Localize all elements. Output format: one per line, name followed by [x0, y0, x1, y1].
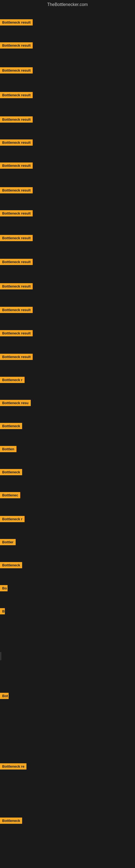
bottleneck-label: Bottleneck [0, 469, 22, 475]
bottleneck-result-item: Bottleneck result [0, 354, 33, 361]
bottleneck-label: Bottleneck result [0, 42, 33, 49]
bottleneck-result-item: Bo [0, 585, 8, 592]
bottleneck-label: Bottleneck r [0, 516, 25, 522]
bottleneck-result-item: Bottleneck result [0, 67, 33, 74]
bottleneck-label: Bottleneck resu [0, 400, 31, 406]
bottleneck-result-item: Bottleneck result [0, 140, 33, 147]
bottleneck-result-item: Bottleneck result [0, 330, 33, 337]
bottleneck-result-item: Bottlenec [0, 492, 20, 499]
bottleneck-result-item: B [0, 608, 5, 616]
bottleneck-result-item: Bottleneck [0, 423, 22, 430]
bottleneck-label: Bottleneck result [0, 354, 33, 360]
bottleneck-result-item: Bottleneck result [0, 162, 33, 170]
bottleneck-result-item: Bottleneck [0, 562, 22, 569]
bottleneck-label: Bottleneck r [0, 377, 25, 383]
bottleneck-result-item: Bottleneck re [0, 763, 27, 771]
bottleneck-result-item: Bottleneck result [0, 116, 33, 124]
bottleneck-label: Bottleneck result [0, 67, 33, 73]
bottleneck-result-item: Bottlen [0, 446, 16, 453]
bottleneck-label: Bottleneck [0, 423, 22, 429]
bottleneck-label: Bottleneck result [0, 116, 33, 123]
bottleneck-label: Bottlenec [0, 492, 20, 498]
bottleneck-result-item: Bottleneck r [0, 377, 25, 384]
bottleneck-result-item: Bot [0, 693, 9, 700]
bottleneck-label: Bottleneck [0, 562, 22, 568]
bottleneck-label: Bo [0, 585, 8, 591]
bottleneck-result-item: Bottleneck r [0, 516, 25, 523]
bottleneck-label: Bottlen [0, 446, 16, 452]
bottleneck-result-item: Bottleneck result [0, 19, 33, 27]
bottleneck-result-item: Bottler [0, 539, 16, 546]
site-title: TheBottlenecker.com [0, 0, 135, 9]
bottleneck-result-item: Bottleneck [0, 817, 22, 825]
bottleneck-result-item: Bottleneck resu [0, 400, 31, 407]
bottleneck-label: Bottleneck result [0, 210, 33, 216]
bottleneck-result-item: Bottleneck result [0, 210, 33, 218]
bottleneck-label: Bottleneck result [0, 330, 33, 336]
bottleneck-label: Bottleneck result [0, 259, 33, 265]
bottleneck-result-item: Bottleneck result [0, 42, 33, 50]
bottleneck-result-item: Bottleneck result [0, 92, 33, 99]
bottleneck-label: Bottleneck result [0, 235, 33, 241]
bottleneck-label: Bottleneck result [0, 307, 33, 313]
vertical-line [1, 652, 1, 660]
bottleneck-label: Bottleneck result [0, 162, 33, 169]
bottleneck-label: Bottleneck re [0, 763, 27, 770]
bottleneck-label: Bottleneck result [0, 187, 33, 193]
bottleneck-label: Bottleneck result [0, 92, 33, 98]
bottleneck-label: Bottler [0, 539, 16, 545]
bottleneck-result-item: Bottleneck [0, 469, 22, 476]
bottleneck-result-item: Bottleneck result [0, 259, 33, 266]
bottleneck-label: Bottleneck [0, 817, 22, 824]
bottleneck-label: Bottleneck result [0, 140, 33, 146]
bottleneck-result-item: Bottleneck result [0, 283, 33, 290]
bottleneck-result-item: Bottleneck result [0, 235, 33, 242]
bottleneck-label: B [0, 608, 5, 614]
bottleneck-label: Bottleneck result [0, 283, 33, 289]
bottleneck-label: Bottleneck result [0, 19, 33, 26]
bottleneck-result-item: Bottleneck result [0, 187, 33, 194]
bottleneck-label: Bot [0, 693, 9, 699]
bottleneck-result-item: Bottleneck result [0, 307, 33, 314]
